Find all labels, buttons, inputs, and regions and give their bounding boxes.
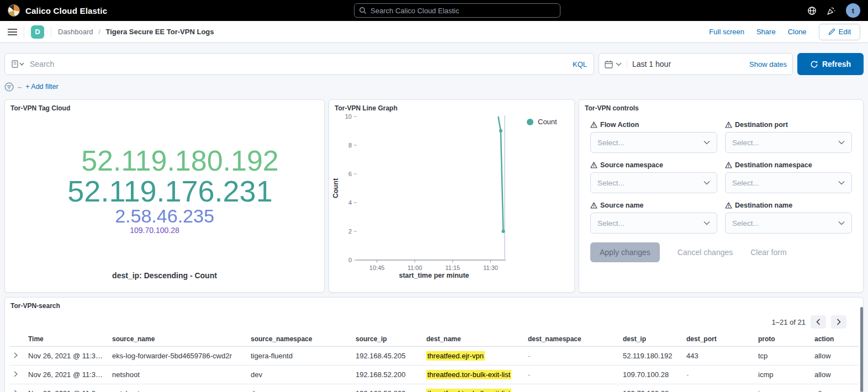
date-picker[interactable]: Last 1 hour Show dates [599, 53, 793, 75]
breadcrumb-dashboard[interactable]: Dashboard [58, 28, 93, 36]
kql-search-input[interactable] [30, 60, 568, 68]
share-link[interactable]: Share [756, 28, 776, 36]
expand-row-icon[interactable] [9, 347, 24, 365]
top-header-bar: Calico Cloud Elastic t [0, 0, 868, 21]
cell-dest-name: threatfeed.ejr-vpn [422, 347, 523, 365]
x-axis-label: start_time per minute [399, 272, 469, 279]
tag-ip[interactable]: 2.58.46.235 [115, 206, 214, 226]
column-header-source-name[interactable]: source_name [108, 332, 246, 347]
time-range-value[interactable]: Last 1 hour [632, 60, 671, 68]
kql-search-box[interactable]: KQL [4, 53, 594, 75]
breadcrumb-current: Tigera Secure EE Tor-VPN Logs [105, 28, 214, 36]
globe-icon[interactable] [807, 6, 817, 15]
filter-icon[interactable] [4, 82, 14, 92]
add-filter-link[interactable]: + Add filter [25, 83, 58, 91]
tag-cloud-panel: Tor-VPN Tag Cloud 52.119.180.192 52.119.… [4, 99, 325, 293]
clone-link[interactable]: Clone [788, 28, 807, 36]
global-search-input[interactable] [371, 7, 555, 15]
tag-ip[interactable]: 109.70.100.28 [130, 226, 179, 235]
cell-source-ip: 192.168.52.200 [351, 365, 422, 384]
column-header-dest-port[interactable]: dest_port [682, 332, 754, 347]
expand-row-icon[interactable] [9, 384, 24, 392]
destination-name-select[interactable]: Select... [725, 213, 852, 234]
line-chart[interactable]: Count start_time per minute 024681010:45… [330, 112, 568, 284]
source-name-select[interactable]: Select... [590, 213, 717, 234]
destination-port-select[interactable]: Select... [725, 132, 852, 153]
cell-proto: icmp [754, 384, 810, 392]
svg-text:8: 8 [348, 142, 352, 149]
flow-action-select[interactable]: Select... [590, 132, 717, 153]
menu-hamburger-icon[interactable] [8, 28, 17, 36]
refresh-icon [810, 60, 818, 68]
controls-panel: Tor-VPN controls Flow Action Select... D… [579, 99, 864, 293]
results-table: Time source_name source_namespace source… [9, 332, 859, 392]
svg-text:4: 4 [348, 199, 352, 206]
cell-proto: icmp [754, 365, 810, 384]
nav-divider [51, 26, 51, 38]
clear-form-button[interactable]: Clear form [750, 248, 786, 257]
cell-source-namespace: dev [246, 365, 351, 384]
cancel-changes-button[interactable]: Cancel changes [678, 248, 733, 257]
source-namespace-select[interactable]: Select... [590, 172, 717, 193]
controls-buttons: Apply changes Cancel changes Clear form [579, 234, 863, 262]
cell-dest-namespace: - [523, 384, 618, 392]
column-header-time[interactable]: Time [24, 332, 108, 347]
cell-dest-ip: 52.119.180.192 [618, 347, 682, 365]
cell-source-name: netshoot [108, 365, 246, 384]
svg-text:0: 0 [348, 257, 352, 263]
dashboard-app-badge[interactable]: D [31, 25, 44, 39]
legend-label: Count [538, 118, 557, 126]
calendar-icon[interactable] [605, 60, 613, 68]
next-page-button[interactable] [831, 315, 846, 329]
cell-dest-ip: 109.70.100.28 [618, 384, 682, 392]
edit-button[interactable]: Edit [819, 24, 860, 40]
cell-time: Nov 26, 2021 @ 11:35:04.000 [24, 347, 108, 365]
svg-text:2: 2 [348, 228, 352, 235]
column-header-dest-ip[interactable]: dest_ip [618, 332, 682, 347]
tag-cloud: 52.119.180.192 52.119.176.231 2.58.46.23… [5, 116, 324, 263]
full-screen-link[interactable]: Full screen [709, 28, 744, 36]
pagination-count: 1–21 of 21 [772, 318, 806, 326]
column-header-proto[interactable]: proto [754, 332, 810, 347]
controls-title: Tor-VPN controls [579, 100, 863, 116]
nav-divider [24, 26, 24, 38]
expand-row-icon[interactable] [9, 365, 24, 384]
kql-language-button[interactable]: KQL [573, 60, 587, 68]
cell-dest-name: threatfeed.tor-bulk-exit-list [422, 365, 523, 384]
warning-icon [590, 162, 597, 168]
user-avatar[interactable]: t [846, 3, 860, 18]
tag-cloud-caption: dest_ip: Descending - Count [5, 271, 324, 280]
breadcrumb-separator: / [98, 28, 100, 36]
previous-page-button[interactable] [811, 315, 826, 329]
control-source-namespace: Source namespace Select... [590, 161, 717, 193]
column-header-action[interactable]: action [810, 332, 859, 347]
cell-proto: tcp [754, 347, 810, 365]
chart-legend[interactable]: Count [527, 118, 557, 126]
global-search-box[interactable] [354, 3, 560, 18]
destination-namespace-select[interactable]: Select... [725, 172, 852, 193]
cell-dest-port: 443 [682, 347, 754, 365]
svg-text:10: 10 [345, 113, 352, 120]
table-scrollbar[interactable] [860, 307, 863, 392]
chevron-down-icon [838, 181, 845, 185]
column-header-source-namespace[interactable]: source_namespace [246, 332, 351, 347]
column-header-dest-name[interactable]: dest_name [422, 332, 523, 347]
saved-query-icon[interactable] [12, 60, 25, 68]
cell-dest-ip: 109.70.100.28 [618, 365, 682, 384]
warning-icon [590, 202, 597, 209]
tag-ip[interactable]: 52.119.176.231 [67, 176, 272, 206]
cell-source-ip: 192.168.52.200 [351, 384, 422, 392]
column-header-source-ip[interactable]: source_ip [351, 332, 422, 347]
apply-changes-button[interactable]: Apply changes [590, 242, 660, 262]
cell-action: allow [810, 365, 859, 384]
refresh-button[interactable]: Refresh [797, 53, 864, 75]
warning-icon [725, 121, 732, 128]
chevron-down-icon [703, 221, 710, 225]
column-header-dest-namespace[interactable]: dest_namespace [523, 332, 618, 347]
tag-ip[interactable]: 52.119.180.192 [81, 146, 279, 176]
table-header-row: Time source_name source_namespace source… [9, 332, 859, 347]
cell-dest-namespace: - [523, 347, 618, 365]
controls-grid: Flow Action Select... Destination port S… [579, 116, 863, 234]
newsfeed-cheer-icon[interactable] [827, 6, 836, 15]
show-dates-link[interactable]: Show dates [749, 60, 787, 68]
